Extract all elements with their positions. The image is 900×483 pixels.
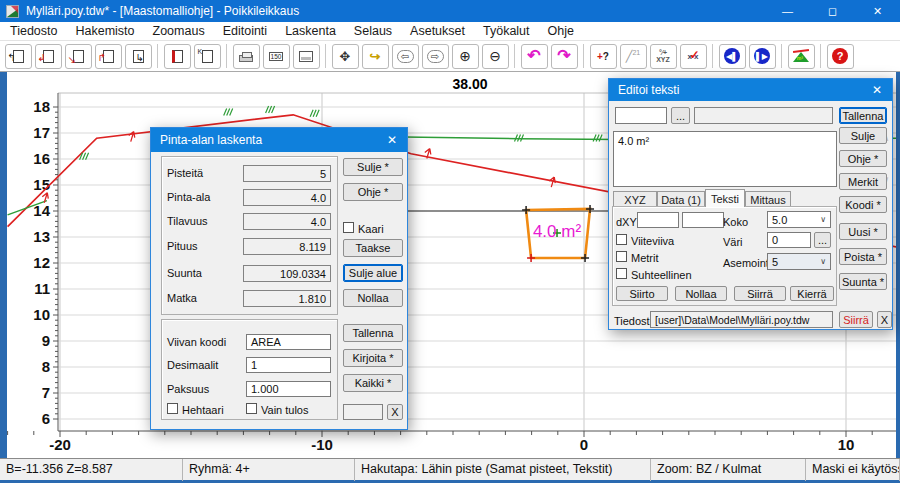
tab-data1[interactable]: Data (1): [657, 191, 705, 207]
file-saveas-button[interactable]: ↱: [95, 44, 122, 69]
xyz-plus-button[interactable]: °⁄+XYZ: [650, 44, 677, 69]
button-koodi[interactable]: Koodi *: [839, 196, 887, 213]
doc-new-button[interactable]: [164, 44, 191, 69]
menu-item-tykalut[interactable]: Työkalut: [475, 22, 538, 41]
checkbox-label: Vain tulos: [261, 404, 309, 416]
button-kirjoita[interactable]: Kirjoita *: [343, 349, 403, 367]
menu-item-editointi[interactable]: Editointi: [215, 22, 275, 41]
button-poista[interactable]: Poista *: [839, 248, 887, 265]
redo-button[interactable]: ↷: [551, 44, 578, 69]
file-next-button[interactable]: ↳: [125, 44, 152, 69]
dx-input[interactable]: [637, 212, 679, 228]
page-setup-button[interactable]: [293, 44, 320, 69]
maximize-button[interactable]: ◻: [810, 0, 855, 22]
browse-next-button[interactable]: ▌▶: [749, 44, 776, 69]
button-siirr[interactable]: Siirrä: [734, 286, 786, 301]
file-open-button[interactable]: ↲: [35, 44, 62, 69]
button-ohje[interactable]: Ohje *: [839, 150, 887, 167]
code-input[interactable]: [615, 107, 667, 124]
result-value-field: 4.0: [243, 189, 331, 206]
text-content-area[interactable]: 4.0 m²: [613, 131, 837, 187]
button-x[interactable]: X: [387, 404, 403, 420]
button-uusi[interactable]: Uusi *: [839, 223, 887, 240]
zoom-in-button[interactable]: ⊕: [452, 44, 479, 69]
minimize-button[interactable]: —: [765, 0, 810, 22]
menu-item-hakemisto[interactable]: Hakemisto: [67, 22, 142, 41]
checkbox-metrit[interactable]: [616, 251, 627, 262]
menu-item-selaus[interactable]: Selaus: [346, 22, 400, 41]
checkbox-label: Viiteviiva: [631, 235, 674, 247]
button-kaikki[interactable]: Kaikki *: [343, 374, 403, 392]
help-button[interactable]: ?: [827, 44, 854, 69]
close-button[interactable]: ✕: [855, 0, 900, 22]
button-siirra-mode[interactable]: Siirrä: [839, 311, 873, 328]
pan-button[interactable]: ↪: [362, 44, 389, 69]
tab-xyz[interactable]: XYZ: [613, 191, 657, 207]
button-tallenna[interactable]: Tallenna: [839, 107, 887, 124]
koko-select[interactable]: 5.0∨: [767, 211, 831, 228]
menu-item-asetukset[interactable]: Asetukset: [402, 22, 473, 41]
close-icon[interactable]: ✕: [377, 128, 407, 152]
result-label: Matka: [167, 292, 197, 304]
zoom-extents-button[interactable]: ✥: [332, 44, 359, 69]
button-sulje[interactable]: Sulje *: [343, 158, 403, 176]
browse-prev-button[interactable]: ◀▌: [719, 44, 746, 69]
asemointi-select[interactable]: 5∨: [767, 253, 831, 270]
button-nollaa[interactable]: Nollaa: [343, 289, 403, 307]
param-input[interactable]: 1: [246, 357, 331, 373]
vari-input[interactable]: 0: [767, 232, 811, 248]
vari-ellipsis-button[interactable]: ...: [814, 232, 831, 248]
area-calc-button[interactable]: [788, 44, 815, 69]
scale-150-button[interactable]: 150: [263, 44, 290, 69]
y-axis-label: 17: [33, 124, 50, 141]
tab-mittaus[interactable]: Mittaus: [745, 191, 791, 207]
button-sulje[interactable]: Sulje: [839, 127, 887, 144]
close-icon[interactable]: ✕: [862, 79, 892, 101]
print-button[interactable]: [233, 44, 260, 69]
view-next-button[interactable]: ⇨: [422, 44, 449, 69]
view-prev-button[interactable]: ⇦: [392, 44, 419, 69]
button-tallenna[interactable]: Tallenna: [343, 324, 403, 342]
result-value-field: 5: [243, 165, 331, 182]
doc-k-button[interactable]: K: [194, 44, 221, 69]
add-point-query-button[interactable]: +?: [590, 44, 617, 69]
button-suljealue[interactable]: Sulje alue: [343, 264, 403, 282]
dialog-title-bar[interactable]: Pinta-alan laskenta ✕: [151, 128, 407, 152]
button-kierr[interactable]: Kierrä: [790, 286, 834, 301]
angle-21-button[interactable]: ╱21: [620, 44, 647, 69]
button-taakse[interactable]: Taakse: [343, 239, 403, 257]
menu-item-zoomaus[interactable]: Zoomaus: [145, 22, 213, 41]
param-input[interactable]: 1.000: [246, 381, 331, 397]
button-nollaa[interactable]: Nollaa: [675, 286, 727, 301]
app-icon: [6, 5, 19, 18]
button-x[interactable]: X: [877, 311, 892, 328]
undo-button[interactable]: ↶: [521, 44, 548, 69]
misc-field: [343, 404, 383, 420]
checkbox-hehtaari[interactable]: [167, 403, 178, 414]
menu-item-ohje[interactable]: Ohje: [540, 22, 582, 41]
checkbox-suhteellinen[interactable]: [616, 268, 627, 279]
dialog-title-bar[interactable]: Editoi teksti ✕: [609, 79, 892, 101]
file-prev-button[interactable]: ↰: [5, 44, 32, 69]
menu-item-laskenta[interactable]: Laskenta: [277, 22, 344, 41]
button-merkit[interactable]: Merkit: [839, 173, 887, 190]
y-axis-label: 18: [33, 98, 50, 115]
zoom-out-button[interactable]: ⊖: [482, 44, 509, 69]
y-axis-label: 10: [33, 306, 50, 323]
status-group: Ryhmä: 4+: [183, 459, 355, 481]
tab-teksti[interactable]: Teksti: [705, 189, 745, 207]
menu-item-tiedosto[interactable]: Tiedosto: [2, 22, 65, 41]
ellipsis-button[interactable]: ...: [671, 107, 690, 124]
checkbox-viiteviiva[interactable]: [616, 234, 627, 245]
dialog-title: Editoi teksti: [618, 83, 679, 97]
file-save-button[interactable]: ↘: [65, 44, 92, 69]
dy-input[interactable]: [682, 212, 724, 228]
checkbox-vaintulos[interactable]: [246, 403, 257, 414]
button-suunta[interactable]: Suunta *: [839, 273, 887, 290]
button-ohje[interactable]: Ohje *: [343, 183, 403, 201]
status-coordinates: B=-11.356 Z=8.587: [0, 459, 183, 481]
param-input[interactable]: AREA: [246, 334, 331, 350]
check-points-button[interactable]: x x: [680, 44, 707, 69]
button-siirto[interactable]: Siirto: [616, 286, 668, 301]
checkbox-kaari[interactable]: [343, 222, 354, 233]
